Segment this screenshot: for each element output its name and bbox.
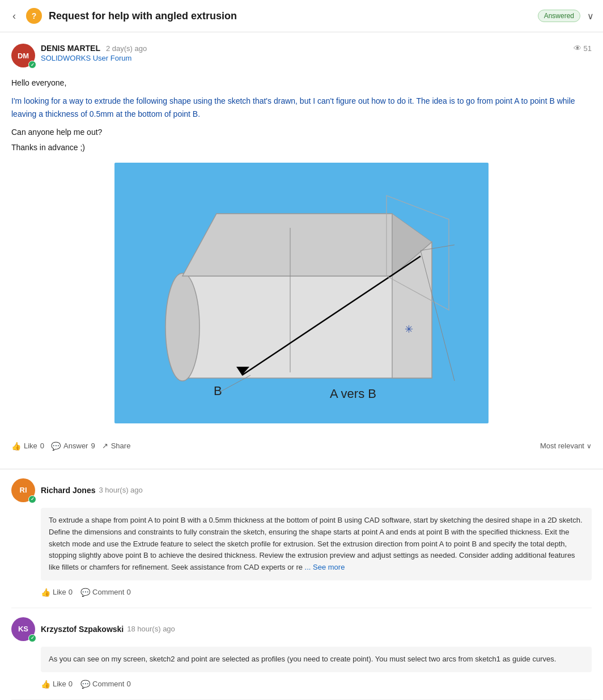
post-image: ✳ A A B A vers B — [114, 163, 489, 423]
answer-time: 18 hour(s) ago — [127, 625, 175, 633]
verified-icon: ✓ — [28, 61, 36, 69]
actions-bar: 👍 Like 0 💬 Answer 9 ↗ Share Most relevan… — [11, 432, 592, 460]
see-more-link[interactable]: ... See more — [305, 563, 345, 571]
author-name-row: DENIS MARTEL 2 day(s) ago — [41, 44, 574, 53]
post-views: 👁 51 — [574, 44, 592, 53]
svg-point-2 — [165, 273, 199, 381]
verified-icon: ✓ — [28, 495, 36, 503]
share-button[interactable]: ↗ Share — [102, 439, 138, 452]
answer-author-name: Krzysztof Szpakowski — [41, 625, 124, 634]
share-label: Share — [111, 442, 131, 450]
question-icon: ? — [26, 8, 42, 24]
like-label: Like — [53, 680, 66, 688]
answer-time: 3 hour(s) ago — [99, 486, 142, 494]
answer-actions: 👍 Like 0 💬 Comment 0 — [41, 678, 592, 690]
like-count: 0 — [69, 680, 73, 688]
post-thanks: Thanks in advance ;) — [11, 141, 592, 154]
svg-marker-4 — [182, 214, 392, 276]
answer-comment-button[interactable]: 💬 Comment 0 — [80, 586, 139, 599]
post-main-text: I'm looking for a way to extrude the fol… — [11, 95, 592, 120]
answer-icon: 💬 — [51, 442, 61, 451]
answer-text: As you can see on my screen, sketch2 and… — [49, 655, 556, 663]
view-count: 51 — [584, 44, 592, 53]
answered-badge: Answered — [538, 10, 580, 22]
answer-item: RI ✓ Richard Jones 3 hour(s) ago To extr… — [11, 469, 592, 608]
comment-icon: 💬 — [80, 588, 90, 597]
answer-like-button[interactable]: 👍 Like 0 — [41, 586, 80, 599]
share-icon: ↗ — [102, 442, 108, 450]
post-body: Hello everyone, I'm looking for a way to… — [11, 77, 592, 469]
answer-comment-button[interactable]: 💬 Comment 0 — [80, 678, 139, 690]
verified-icon: ✓ — [28, 634, 36, 642]
like-count: 0 — [69, 588, 73, 596]
svg-text:✳: ✳ — [405, 324, 413, 335]
author-info: DENIS MARTEL 2 day(s) ago SOLIDWORKS Use… — [41, 44, 574, 62]
forum-link[interactable]: SOLIDWORKS User Forum — [41, 54, 574, 62]
sort-label: Most relevant — [540, 442, 584, 450]
answer-body: As you can see on my screen, sketch2 and… — [41, 647, 592, 672]
answer-like-button[interactable]: 👍 Like 0 — [41, 678, 80, 690]
answer-author-name: Richard Jones — [41, 486, 95, 495]
answer-label: Answer — [63, 442, 88, 450]
svg-text:A vers B: A vers B — [330, 387, 376, 401]
answer-item: KS ✓ Krzysztof Szpakowski 18 hour(s) ago… — [11, 608, 592, 700]
answer-body: To extrude a shape from point A to point… — [41, 508, 592, 580]
author-name: DENIS MARTEL — [41, 44, 100, 53]
thumb-up-icon: 👍 — [41, 680, 50, 689]
page-wrapper: ‹ ? Request for help with angled extrusi… — [0, 0, 603, 700]
answer-actions: 👍 Like 0 💬 Comment 0 — [41, 586, 592, 599]
post-section: DM ✓ DENIS MARTEL 2 day(s) ago SOLIDWORK… — [0, 32, 603, 469]
post-image-container: ✳ A A B A vers B — [11, 163, 592, 423]
answer-count: 9 — [91, 442, 95, 450]
answer-header: KS ✓ Krzysztof Szpakowski 18 hour(s) ago — [11, 617, 592, 641]
post-meta: DM ✓ DENIS MARTEL 2 day(s) ago SOLIDWORK… — [11, 44, 592, 67]
avatar: RI ✓ — [11, 478, 35, 502]
chevron-down-icon: ∨ — [587, 442, 592, 450]
comment-count: 0 — [126, 588, 130, 596]
comment-icon: 💬 — [80, 680, 90, 689]
post-time: 2 day(s) ago — [106, 44, 147, 53]
like-label: Like — [53, 588, 66, 596]
eye-icon: 👁 — [574, 44, 581, 53]
comment-label: Comment — [92, 588, 124, 596]
like-button[interactable]: 👍 Like 0 — [11, 439, 51, 453]
chevron-button[interactable]: ∨ — [587, 11, 594, 22]
post-help-text: Can anyone help me out? — [11, 126, 592, 138]
comment-count: 0 — [126, 680, 130, 688]
answer-header: RI ✓ Richard Jones 3 hour(s) ago — [11, 478, 592, 502]
svg-text:B: B — [214, 384, 222, 398]
thumb-up-icon: 👍 — [11, 442, 21, 451]
post-greeting: Hello everyone, — [11, 77, 592, 89]
back-button[interactable]: ‹ — [9, 9, 19, 23]
answer-button[interactable]: 💬 Answer 9 — [51, 439, 102, 453]
comment-label: Comment — [92, 680, 124, 688]
like-count: 0 — [40, 442, 44, 450]
answers-section: RI ✓ Richard Jones 3 hour(s) ago To extr… — [0, 469, 603, 700]
page-title: Request for help with angled extrusion — [49, 10, 531, 22]
sort-dropdown[interactable]: Most relevant ∨ — [540, 442, 592, 450]
avatar: DM ✓ — [11, 44, 35, 67]
like-label: Like — [24, 442, 37, 450]
thumb-up-icon: 👍 — [41, 588, 50, 597]
page-header: ‹ ? Request for help with angled extrusi… — [0, 0, 603, 32]
avatar: KS ✓ — [11, 617, 35, 641]
